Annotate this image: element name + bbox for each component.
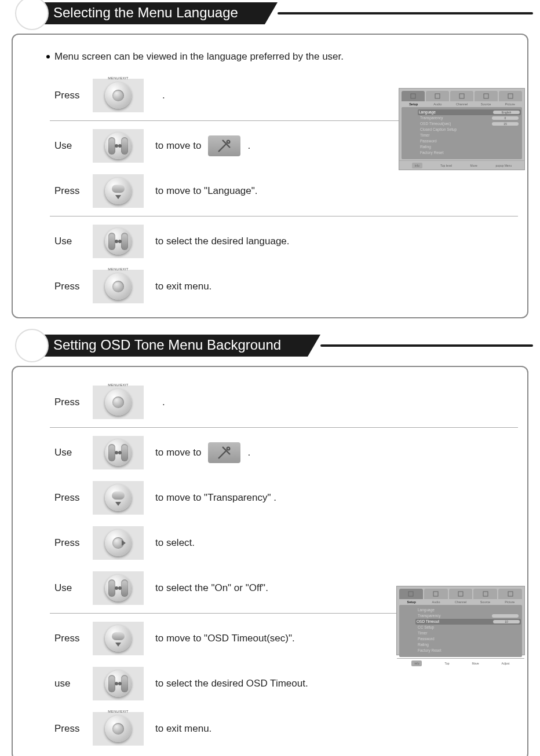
section2-content: Press.Useto move to.Pressto move to "Tra… — [12, 366, 528, 756]
step-description: to select the desired language. — [155, 236, 290, 247]
osd-item-label: Password — [420, 139, 437, 144]
osd-tab-label: Setup — [403, 102, 425, 106]
osd-menu-item: LanguageEnglish — [418, 109, 521, 115]
svg-rect-3 — [459, 94, 464, 98]
section-title: Setting OSD Tone Menu Background — [29, 335, 308, 357]
intro-bullet: Menu screen can be viewed in the languag… — [46, 51, 518, 63]
osd-menu-item: Closed Caption Setup — [420, 127, 519, 133]
setup-tools-icon — [208, 135, 240, 156]
osd-menu-item: Language — [418, 607, 519, 613]
step-verb: Use — [54, 582, 93, 594]
osd-item-label: Closed Caption Setup — [420, 127, 457, 133]
step-text-after: . — [247, 447, 250, 458]
osd-tab-icon — [499, 91, 522, 101]
instruction-step: Pressto exit menu. — [54, 264, 518, 309]
osd-item-label: Timer — [420, 133, 429, 138]
step-text-before: to move to — [155, 447, 201, 458]
osd-tab-label: Source — [474, 600, 496, 604]
svg-rect-8 — [433, 592, 438, 596]
osd-item-label: Factory Reset — [420, 151, 443, 156]
left-right-button-icon — [105, 439, 132, 466]
step-verb: Press — [54, 723, 93, 735]
osd-tab-label: Audio — [425, 600, 447, 604]
osd-tab-label: Source — [475, 102, 497, 106]
remote-button-graphic — [93, 436, 144, 469]
osd-tab-icon — [498, 589, 522, 599]
section-title-bg: Selecting the Menu Language — [29, 2, 533, 24]
step-text-after: . — [162, 90, 165, 101]
osd-footer-hint: Adjust — [502, 662, 510, 665]
osd-footer-hint: Top — [444, 662, 449, 665]
manual-page: Selecting the Menu Language Menu screen … — [0, 0, 540, 756]
step-text-before: to select the desired language. — [155, 236, 290, 247]
step-description: to move to "Language". — [155, 185, 258, 197]
down-button-icon — [105, 485, 132, 511]
step-description: to select. — [155, 537, 195, 549]
step-verb: Press — [54, 185, 93, 197]
section-title-bar: Selecting the Menu Language — [7, 0, 533, 24]
osd-item-label: Factory Reset — [418, 648, 441, 654]
osd-tab-label: Audio — [427, 102, 449, 106]
svg-rect-9 — [458, 592, 463, 596]
step-text-after: . — [247, 140, 250, 152]
step-description: to move to "OSD Timeout(sec)". — [155, 633, 295, 644]
section-title-circle — [15, 0, 49, 30]
step-verb: Press — [54, 537, 93, 549]
step-text-before: to move to "Transparency" . — [155, 492, 276, 504]
osd-item-label: Rating — [418, 643, 429, 648]
step-description: to move to. — [155, 442, 250, 463]
down-button-icon — [105, 178, 132, 204]
remote-button-graphic — [93, 174, 144, 208]
osd-tab-icon — [426, 91, 449, 101]
osd-pill-value — [492, 614, 519, 618]
setup-tools-icon — [208, 442, 240, 463]
step-verb: use — [54, 678, 93, 689]
osd-menu-item: OSD Timeout(sec)15 — [420, 121, 519, 127]
osd-pill-value: 15 — [492, 122, 519, 126]
title-slash-decor — [265, 2, 278, 24]
section-title: Selecting the Menu Language — [29, 2, 265, 24]
osd-menu-item: Timer — [418, 630, 519, 636]
osd-tab-label: Setup — [400, 600, 422, 604]
osd-menu-item: Rating — [418, 642, 519, 648]
step-description: to exit menu. — [155, 281, 211, 292]
step-description: . — [155, 397, 165, 408]
svg-rect-11 — [508, 592, 513, 596]
step-verb: Use — [54, 140, 93, 152]
svg-rect-2 — [435, 94, 440, 98]
section-title-circle — [15, 329, 49, 362]
osd-menu-item: Transparency — [418, 613, 519, 619]
remote-button-graphic — [93, 571, 144, 605]
osd-menu-item: Timer — [420, 133, 519, 138]
osd-footer-hint: info — [412, 163, 422, 168]
step-description: to move to "Transparency" . — [155, 492, 276, 504]
osd-tab-icon — [449, 589, 473, 599]
svg-rect-1 — [411, 94, 415, 98]
step-description: . — [155, 90, 165, 101]
remote-button-graphic — [93, 622, 144, 655]
step-verb: Use — [54, 236, 93, 247]
osd-menu-item: Password — [418, 636, 519, 642]
remote-button-graphic — [93, 526, 144, 560]
svg-rect-7 — [408, 592, 413, 596]
section1-content: Menu screen can be viewed in the languag… — [12, 34, 528, 318]
osd-item-label: Timer — [418, 631, 427, 636]
svg-point-0 — [227, 141, 230, 144]
step-verb: Use — [54, 447, 93, 458]
title-rule — [320, 344, 533, 347]
remote-button-graphic — [93, 225, 144, 258]
svg-point-6 — [227, 447, 230, 450]
osd-item-label: OSD Timeout — [417, 619, 439, 625]
osd-item-label: CC Setup — [418, 625, 434, 630]
osd-menu-item: Factory Reset — [418, 648, 519, 654]
osd-tab-label: Channel — [451, 102, 473, 106]
right-button-icon — [105, 530, 132, 556]
osd-item-label: Language — [419, 110, 436, 115]
osd-screenshot-2: SetupAudioChannelSourcePicture LanguageT… — [396, 586, 525, 655]
osd-footer-hint: popup Menu — [495, 164, 512, 167]
osd-menu-item: Rating — [420, 144, 519, 150]
step-description: to select the "On" or "Off". — [155, 582, 268, 594]
osd-item-label: Rating — [420, 145, 431, 150]
title-slash-decor — [308, 335, 320, 357]
osd-tab-label: Picture — [499, 102, 521, 106]
